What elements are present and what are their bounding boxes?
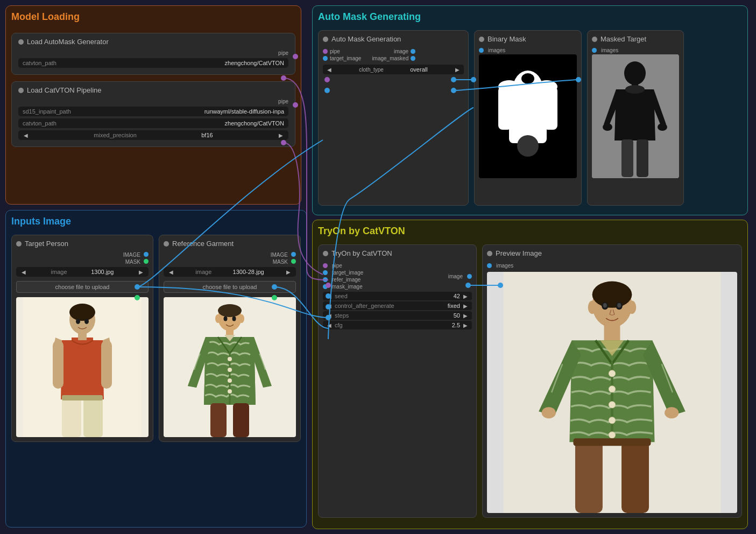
image-left-arrow[interactable]: ◀ [20, 269, 27, 275]
pipe-in-dot[interactable] [323, 49, 328, 54]
inputs-image-panel: Inputs Image Target Person IMAGE MASK ◀ … [5, 210, 307, 528]
cfg-right[interactable]: ▶ [462, 322, 469, 328]
svg-point-48 [84, 319, 89, 324]
svg-point-74 [609, 432, 615, 438]
reference-garment-label: Reference Garment [172, 240, 234, 248]
auto-mask-title: Auto Mask Generating [318, 11, 742, 25]
images-in-dot[interactable] [479, 48, 484, 53]
target-person-upload-btn[interactable]: choose file to upload [16, 281, 149, 293]
catvton-path-field2: catvton_path zhengchong/CatVTON [18, 118, 288, 128]
svg-point-76 [665, 407, 679, 418]
images-in-dot2[interactable] [592, 48, 597, 53]
node-dot [487, 251, 492, 256]
node-dot [164, 241, 169, 247]
mask-out-dot2[interactable] [291, 259, 296, 264]
control-right[interactable]: ▶ [462, 303, 469, 309]
steps-param: ◀ steps 50 ▶ [323, 311, 472, 320]
automask-gen-label: Load AutoMask Generator [27, 38, 109, 46]
svg-point-84 [588, 301, 597, 314]
steps-left[interactable]: ◀ [326, 313, 333, 319]
image-left-arrow2[interactable]: ◀ [168, 269, 174, 275]
auto-mask-gen-label: Auto Mask Generation [331, 35, 401, 43]
refer-image-dot[interactable] [323, 277, 328, 282]
control-left[interactable]: ◀ [326, 303, 333, 309]
images-in-port: images [479, 47, 577, 53]
node-dot [16, 241, 22, 247]
svg-point-67 [592, 282, 632, 308]
image-out-dot[interactable] [411, 49, 415, 54]
svg-rect-59 [210, 403, 227, 437]
image-masked-out-dot[interactable] [411, 56, 415, 61]
cloth-type-right[interactable]: ▶ [454, 67, 461, 73]
image-field: ◀ image 1300.jpg ▶ [16, 267, 149, 277]
svg-point-51 [218, 304, 242, 317]
svg-rect-45 [83, 397, 103, 437]
pipe-out-dot[interactable] [293, 54, 298, 59]
svg-point-64 [239, 314, 244, 323]
target-person-label: Target Person [25, 240, 68, 248]
reference-garment-image [164, 297, 296, 437]
cfg-left[interactable]: ◀ [326, 322, 333, 328]
seed-left[interactable]: ◀ [326, 293, 333, 299]
target-image-port: target_image [323, 270, 443, 276]
image-right-arrow2[interactable]: ▶ [285, 269, 292, 275]
svg-point-57 [228, 378, 232, 383]
cloth-type-row: ◀ cloth_type overall ▶ [323, 65, 464, 74]
image-masked-out-port: image_masked [372, 55, 415, 61]
pipe2-out-label: pipe [278, 99, 288, 104]
mixed-precision-left-arrow[interactable]: ◀ [23, 132, 29, 138]
svg-rect-25 [544, 87, 557, 130]
target-image-in-port: target_image [323, 55, 361, 61]
inputs-image-title: Inputs Image [11, 216, 301, 229]
svg-rect-78 [621, 441, 649, 513]
tryon-panel: TryOn by CatVTON TryOn by CatVTON pipe t… [312, 220, 748, 529]
svg-point-61 [224, 317, 228, 321]
binary-mask-node: Binary Mask images [474, 30, 582, 206]
pipe2-out-dot[interactable] [293, 102, 298, 108]
steps-right[interactable]: ▶ [462, 313, 469, 319]
svg-point-29 [624, 61, 646, 85]
mask-image-port: mask_image [323, 284, 443, 290]
masked-target-image [592, 54, 679, 178]
image-out-dot[interactable] [144, 252, 149, 257]
svg-rect-33 [637, 139, 648, 177]
mixed-precision-right-arrow[interactable]: ▶ [278, 132, 284, 138]
cloth-type-left[interactable]: ◀ [326, 67, 333, 73]
mixed-precision-field: ◀ mixed_precision bf16 ▶ [18, 130, 288, 140]
svg-point-34 [603, 123, 612, 131]
binary-mask-label: Binary Mask [487, 35, 526, 43]
target-person-image [16, 297, 149, 437]
target-image-in-dot[interactable] [323, 56, 328, 61]
image-out-dot2[interactable] [291, 252, 296, 257]
catvton-pipeline-label: Load CatVTON Pipeline [27, 86, 102, 94]
mask-out-dot[interactable] [144, 259, 149, 264]
image-out-port2: image [448, 273, 472, 279]
pipe-in-dot2[interactable] [323, 263, 328, 268]
tryon-title: TryOn by CatVTON [318, 226, 742, 239]
node-dot [479, 37, 484, 42]
svg-rect-44 [62, 397, 81, 437]
model-loading-panel: Model Loading Load AutoMask Generator pi… [5, 5, 301, 205]
node-status-dot [18, 39, 24, 45]
catvton-path-field: catvton_path zhengchong/CatVTON [18, 58, 288, 68]
masked-target-label: Masked Target [600, 35, 646, 43]
svg-rect-42 [53, 340, 63, 389]
node-dot [592, 37, 597, 42]
target-image-dot[interactable] [323, 270, 328, 275]
seed-right[interactable]: ▶ [462, 293, 469, 299]
svg-rect-77 [575, 441, 603, 513]
svg-point-73 [609, 417, 615, 424]
control-after-gen-param: ◀ control_after_generate fixed ▶ [323, 301, 472, 310]
svg-point-55 [228, 357, 232, 361]
catvton-pipeline-node: Load CatVTON Pipeline pipe sd15_inpaint_… [11, 81, 295, 147]
reference-garment-node: Reference Garment IMAGE MASK ◀ image 130… [159, 235, 301, 442]
preview-images-in-dot[interactable] [487, 263, 492, 268]
image-out-dot2[interactable] [467, 274, 472, 279]
svg-point-47 [76, 319, 80, 324]
reference-garment-upload-btn[interactable]: choose file to upload [164, 281, 296, 293]
svg-point-35 [658, 123, 667, 131]
image-right-arrow[interactable]: ▶ [138, 269, 144, 275]
preview-image-node: Preview Image images [482, 244, 742, 518]
svg-rect-24 [498, 87, 512, 130]
mask-image-dot[interactable] [323, 284, 328, 289]
